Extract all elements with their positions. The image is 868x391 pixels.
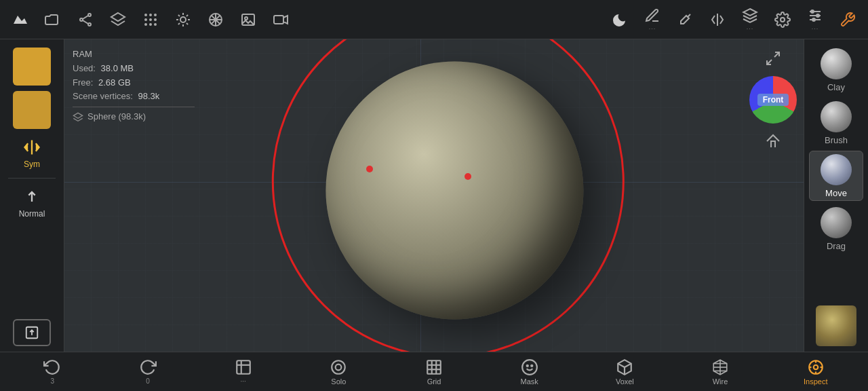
brush-label: Brush (825, 135, 848, 145)
sliders-btn[interactable]: ··· (800, 5, 830, 35)
svg-point-51 (336, 364, 342, 370)
inspect-label: Inspect (804, 377, 827, 386)
inspect-btn[interactable]: Inspect (768, 354, 863, 390)
share-btn[interactable] (71, 5, 100, 35)
pencil-btn[interactable]: ··· (637, 5, 667, 35)
video-btn[interactable] (266, 5, 296, 35)
svg-line-60 (625, 363, 631, 367)
used-label: Used: (73, 63, 96, 73)
voxel-label: Voxel (616, 377, 634, 386)
svg-point-2 (88, 23, 91, 26)
background-color[interactable] (13, 91, 51, 129)
settings-btn[interactable] (768, 5, 797, 35)
canvas-area[interactable]: RAM Used: 38.0 MB Free: 2.68 GB Scene ve… (64, 39, 804, 352)
svg-line-23 (178, 23, 180, 24)
ram-title: RAM (73, 48, 195, 62)
svg-point-40 (812, 18, 815, 21)
svg-point-30 (245, 17, 248, 20)
folder-btn[interactable] (38, 5, 68, 35)
sun-btn[interactable] (168, 5, 198, 35)
redo-icon (139, 358, 157, 376)
vertices-stat: Scene vertices: 98.3k (73, 90, 195, 104)
scene-object: Sphere (98.3k) (73, 110, 195, 124)
svg-line-20 (178, 14, 180, 16)
undo-count: 3 (51, 377, 55, 385)
left-sidebar: Sym Normal (0, 39, 64, 352)
svg-point-38 (811, 10, 814, 13)
solo-btn[interactable]: Solo (292, 354, 386, 390)
svg-point-8 (154, 14, 157, 16)
svg-marker-33 (743, 9, 757, 16)
orientation-cube[interactable]: Front (749, 76, 797, 124)
upload-btn[interactable] (13, 319, 51, 346)
mask-icon (521, 358, 538, 376)
free-label: Free: (73, 77, 93, 88)
svg-point-34 (781, 18, 785, 22)
move-btn[interactable]: Move (809, 151, 863, 201)
redo-btn[interactable]: 0 (101, 354, 195, 390)
undo-btn[interactable]: 3 (5, 354, 100, 390)
redo-count: 0 (146, 377, 150, 385)
left-divider (8, 178, 56, 179)
texture-thumbnail[interactable] (816, 305, 856, 346)
voxel-btn[interactable]: Voxel (578, 354, 672, 390)
wire-label: Wire (713, 377, 728, 386)
svg-line-21 (186, 23, 188, 24)
used-stat: Used: 38.0 MB (73, 62, 195, 76)
sculpt-sphere[interactable] (326, 61, 583, 319)
drag-label: Drag (827, 241, 846, 251)
wrench-btn[interactable] (833, 5, 863, 35)
foreground-color[interactable] (13, 48, 51, 86)
logo-btn[interactable] (5, 5, 35, 35)
moon-btn[interactable] (605, 5, 635, 35)
image-btn[interactable] (233, 5, 263, 35)
layers2-btn[interactable]: ··· (735, 5, 765, 35)
svg-marker-44 (73, 113, 82, 118)
nav-controls: Front (749, 46, 797, 153)
brush-btn[interactable]: Brush (809, 98, 863, 148)
grid-btn[interactable]: Grid (387, 354, 481, 390)
svg-line-4 (83, 16, 88, 19)
solo-label: Solo (331, 377, 346, 386)
vertices-value: 98.3k (138, 91, 160, 101)
svg-point-39 (816, 14, 819, 17)
solo-icon (330, 358, 347, 376)
svg-line-22 (186, 14, 188, 16)
mask-btn[interactable]: Mask (482, 354, 576, 390)
aperture-btn[interactable] (201, 5, 231, 35)
svg-point-6 (144, 14, 147, 16)
svg-point-15 (180, 17, 186, 22)
svg-point-12 (144, 23, 147, 26)
scene-label: ··· (241, 377, 246, 385)
home-btn[interactable] (761, 129, 785, 153)
svg-marker-5 (111, 13, 125, 21)
vertices-label: Scene vertices: (73, 91, 133, 101)
svg-point-9 (144, 18, 147, 21)
fullscreen-btn[interactable] (761, 46, 785, 71)
stats-divider (73, 107, 195, 107)
inspect-icon (807, 358, 825, 376)
wire-icon (711, 358, 729, 376)
svg-point-1 (80, 18, 83, 21)
normal-btn[interactable]: Normal (8, 184, 56, 222)
svg-point-50 (332, 360, 346, 374)
scene-btn[interactable]: ··· (196, 354, 290, 390)
symmetry-btn[interactable] (703, 5, 732, 35)
top-toolbar: ··· ··· ··· (0, 0, 868, 39)
clay-label: Clay (827, 82, 845, 92)
voxel-icon (616, 358, 633, 376)
bottom-toolbar: 3 0 ··· Solo Grid (0, 352, 868, 391)
layers-btn[interactable] (103, 5, 133, 35)
grid-dots-btn[interactable] (136, 5, 165, 35)
svg-rect-52 (427, 360, 441, 374)
svg-point-58 (531, 365, 532, 366)
clay-sphere (821, 48, 852, 79)
svg-point-13 (149, 23, 152, 26)
wire-btn[interactable]: Wire (673, 354, 768, 390)
sym-btn[interactable]: Sym (8, 134, 56, 172)
clay-btn[interactable]: Clay (809, 45, 863, 95)
normal-label: Normal (19, 209, 45, 219)
brush-sphere (821, 101, 852, 132)
drag-btn[interactable]: Drag (809, 204, 863, 254)
eyedropper-btn[interactable] (670, 5, 700, 35)
